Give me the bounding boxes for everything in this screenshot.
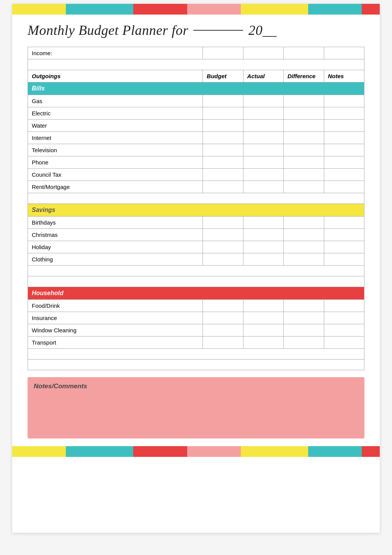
income-diff-cell xyxy=(284,47,324,59)
spacer-row xyxy=(28,266,364,276)
table-row: Electric xyxy=(28,107,364,120)
color-bar-segment xyxy=(133,446,187,457)
table-row: Window Cleaning xyxy=(28,324,364,337)
savings-label: Savings xyxy=(28,204,364,217)
row-label-rent-mortgage: Rent/Mortgage xyxy=(28,181,203,193)
table-row: Internet xyxy=(28,132,364,144)
row-label-insurance: Insurance xyxy=(28,312,203,324)
table-row: Birthdays xyxy=(28,217,364,229)
title-text: Monthly Budget Planner for xyxy=(28,23,188,38)
row-notes-holiday xyxy=(324,241,364,253)
page: Monthly Budget Planner for 20__ Income: … xyxy=(12,4,380,533)
row-notes-insurance xyxy=(324,312,364,324)
spacer-row xyxy=(28,193,364,204)
row-budget-internet xyxy=(203,132,243,144)
color-bar-segment xyxy=(66,446,133,457)
row-label-clothing: Clothing xyxy=(28,253,203,266)
spacer-row xyxy=(28,59,364,70)
row-budget-clothing xyxy=(203,253,243,266)
notes-comments-box: Notes/Comments xyxy=(28,377,364,438)
row-diff-window xyxy=(284,324,324,337)
table-row: Holiday xyxy=(28,241,364,253)
row-actual-internet xyxy=(243,132,283,144)
row-actual-food xyxy=(243,300,283,312)
row-diff-council-tax xyxy=(284,169,324,181)
row-diff-water xyxy=(284,120,324,132)
row-notes-water xyxy=(324,120,364,132)
row-label-window-cleaning: Window Cleaning xyxy=(28,324,203,337)
row-budget-rent xyxy=(203,181,243,193)
row-diff-phone xyxy=(284,156,324,169)
row-diff-rent xyxy=(284,181,324,193)
notes-title: Notes/Comments xyxy=(34,383,358,390)
col-notes-header: Notes xyxy=(324,70,364,82)
row-label-water: Water xyxy=(28,120,203,132)
row-budget-window xyxy=(203,324,243,337)
income-notes-cell xyxy=(324,47,364,59)
row-budget-water xyxy=(203,120,243,132)
color-bar-segment xyxy=(241,4,308,15)
row-budget-insurance xyxy=(203,312,243,324)
row-notes-window xyxy=(324,324,364,337)
row-budget-council-tax xyxy=(203,169,243,181)
row-diff-transport xyxy=(284,337,324,349)
income-label: Income: xyxy=(28,47,203,59)
table-row: Clothing xyxy=(28,253,364,266)
row-label-holiday: Holiday xyxy=(28,241,203,253)
row-budget-holiday xyxy=(203,241,243,253)
row-label-gas: Gas xyxy=(28,95,203,107)
row-budget-television xyxy=(203,144,243,156)
bottom-color-bar xyxy=(12,446,380,457)
row-actual-electric xyxy=(243,107,283,120)
color-bar-segment xyxy=(12,446,66,457)
row-actual-water xyxy=(243,120,283,132)
row-label-council-tax: Council Tax xyxy=(28,169,203,181)
row-notes-food xyxy=(324,300,364,312)
color-bar-segment xyxy=(187,446,241,457)
income-actual-cell xyxy=(243,47,283,59)
budget-table: Income: Outgoings Budget Actual Differen… xyxy=(28,47,364,370)
row-notes-phone xyxy=(324,156,364,169)
row-diff-electric xyxy=(284,107,324,120)
row-actual-christmas xyxy=(243,229,283,241)
savings-section-header: Savings xyxy=(28,204,364,217)
title-year-suffix: __ xyxy=(263,23,277,38)
row-budget-transport xyxy=(203,337,243,349)
col-actual-header: Actual xyxy=(243,70,283,82)
row-label-transport: Transport xyxy=(28,337,203,349)
row-diff-christmas xyxy=(284,229,324,241)
title-underline xyxy=(193,30,243,31)
row-notes-rent xyxy=(324,181,364,193)
spacer-row xyxy=(28,360,364,370)
household-section-header: Household xyxy=(28,287,364,300)
row-actual-holiday xyxy=(243,241,283,253)
color-bar-segment xyxy=(362,446,380,457)
row-diff-holiday xyxy=(284,241,324,253)
row-actual-insurance xyxy=(243,312,283,324)
table-row: Insurance xyxy=(28,312,364,324)
household-label: Household xyxy=(28,287,364,300)
row-budget-gas xyxy=(203,95,243,107)
color-bar-segment xyxy=(241,446,308,457)
row-diff-clothing xyxy=(284,253,324,266)
table-row: Rent/Mortgage xyxy=(28,181,364,193)
color-bar-segment xyxy=(12,4,66,15)
bills-label: Bills xyxy=(28,82,364,95)
row-notes-council-tax xyxy=(324,169,364,181)
table-row: Gas xyxy=(28,95,364,107)
row-label-phone: Phone xyxy=(28,156,203,169)
col-outgoings-header: Outgoings xyxy=(28,70,203,82)
color-bar-segment xyxy=(187,4,241,15)
row-diff-insurance xyxy=(284,312,324,324)
color-bar-segment xyxy=(133,4,187,15)
row-actual-clothing xyxy=(243,253,283,266)
row-actual-birthdays xyxy=(243,217,283,229)
table-row: Council Tax xyxy=(28,169,364,181)
color-bar-segment xyxy=(362,4,380,15)
page-title: Monthly Budget Planner for 20__ xyxy=(28,22,364,38)
top-color-bar xyxy=(12,4,380,15)
row-notes-electric xyxy=(324,107,364,120)
row-budget-phone xyxy=(203,156,243,169)
color-bar-segment xyxy=(66,4,133,15)
income-row: Income: xyxy=(28,47,364,59)
